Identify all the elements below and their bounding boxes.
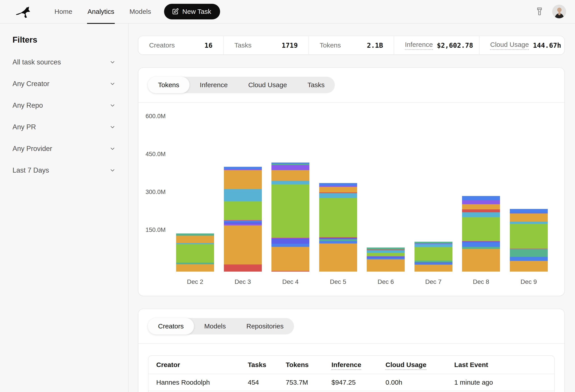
bar-segment-red — [462, 209, 500, 212]
filter-dropdown-1[interactable]: Any Creator — [13, 73, 116, 95]
bar-dec-3[interactable] — [224, 167, 262, 272]
table-row[interactable]: Rooviewer440544.3M$376.2875.23h3 minutes… — [148, 391, 554, 392]
bar-segment-green — [271, 184, 309, 238]
x-axis-label: Dec 7 — [414, 278, 453, 285]
bar-segment-teal — [367, 247, 405, 250]
stat-value: 1719 — [282, 42, 298, 49]
analytics-page: HomeAnalyticsModels New Task — [0, 0, 575, 392]
edit-square-icon — [172, 8, 179, 15]
table-cell: $947.25 — [332, 379, 385, 386]
stat-value: 144.67h — [533, 42, 561, 49]
chart-tab-tasks[interactable]: Tasks — [297, 77, 335, 93]
bar-segment-orange — [319, 243, 357, 272]
x-axis-label: Dec 5 — [319, 278, 357, 285]
stat-value: 16 — [204, 42, 213, 49]
bar-segment-orange — [414, 265, 453, 272]
x-axis-label: Dec 3 — [224, 278, 262, 285]
filter-dropdown-4[interactable]: Any Provider — [13, 138, 116, 159]
bar-segment-teal — [414, 261, 453, 262]
x-axis-label: Dec 6 — [367, 278, 405, 285]
stat-tokens: Tokens2.1B — [309, 36, 394, 54]
stat-label[interactable]: Cloud Usage — [490, 41, 529, 50]
chart-tab-inference[interactable]: Inference — [190, 77, 238, 93]
breakdown-tab-models[interactable]: Models — [194, 318, 236, 334]
filter-label: Any Repo — [13, 101, 43, 109]
bar-segment-sky — [319, 193, 357, 198]
breakdown-card-divider — [138, 343, 564, 344]
bar-dec-9[interactable] — [510, 209, 548, 272]
column-header-label: Inference — [332, 361, 361, 370]
column-header-cloud-usage[interactable]: Cloud Usage — [385, 361, 454, 369]
nav-link-models[interactable]: Models — [122, 0, 159, 23]
bar-segment-blue — [224, 167, 262, 169]
breakdown-tab-creators[interactable]: Creators — [148, 318, 194, 334]
column-header-inference[interactable]: Inference — [332, 361, 385, 369]
bar-segment-orange — [176, 264, 214, 272]
chevron-down-icon — [109, 124, 116, 130]
filter-dropdown-5[interactable]: Last 7 Days — [13, 159, 116, 181]
stat-label: Tokens — [320, 42, 341, 49]
stat-label: Tasks — [234, 42, 252, 49]
bar-segment-blue — [510, 257, 548, 261]
filter-label: Last 7 Days — [13, 166, 49, 174]
bar-dec-4[interactable] — [271, 163, 309, 272]
bar-segment-orange — [271, 170, 309, 181]
bar-segment-sky — [224, 189, 262, 202]
bar-dec-7[interactable] — [414, 242, 453, 272]
column-header-tasks: Tasks — [248, 361, 286, 369]
breakdown-tabs: CreatorsModelsRepositories — [148, 318, 294, 334]
x-axis-label: Dec 9 — [510, 278, 548, 285]
bar-dec-2[interactable] — [176, 234, 214, 272]
nav-link-home[interactable]: Home — [47, 0, 80, 23]
stat-label[interactable]: Inference — [405, 41, 433, 50]
bar-dec-6[interactable] — [367, 247, 405, 272]
bar-segment-indigo — [271, 238, 309, 244]
stat-label: Creators — [149, 42, 175, 49]
filter-label: Any Creator — [13, 80, 49, 88]
bar-segment-sky — [462, 212, 500, 218]
chart-tab-tokens[interactable]: Tokens — [148, 77, 190, 93]
torch-icon[interactable] — [533, 5, 546, 19]
bar-segment-teal — [510, 249, 548, 257]
stat-value: 2.1B — [367, 42, 383, 49]
table-row[interactable]: Hannes Roodolph454753.7M$947.250.00h1 mi… — [148, 374, 554, 391]
bar-segment-blue — [319, 183, 357, 186]
filters-title: Filters — [13, 35, 116, 44]
bar-segment-blue — [462, 196, 500, 200]
bar-segment-teal — [414, 242, 453, 243]
bar-segment-purple — [462, 200, 500, 204]
chart-tab-cloud-usage[interactable]: Cloud Usage — [238, 77, 297, 93]
bar-segment-indigo — [224, 222, 262, 224]
bar-segment-blue — [319, 241, 357, 243]
bar-segment-blue — [367, 258, 405, 259]
stats-summary-bar: Creators16Tasks1719Tokens2.1BInference$2… — [138, 36, 565, 55]
stat-tasks: Tasks1719 — [223, 36, 309, 54]
x-axis-label: Dec 8 — [462, 278, 500, 285]
bar-dec-5[interactable] — [319, 183, 357, 272]
new-task-button[interactable]: New Task — [164, 4, 220, 19]
bar-segment-blue — [224, 221, 262, 222]
filter-list: All task sourcesAny CreatorAny RepoAny P… — [13, 51, 116, 181]
main-panel: Creators16Tasks1719Tokens2.1BInference$2… — [129, 24, 575, 392]
bar-segment-orange — [224, 170, 262, 189]
nav-link-analytics[interactable]: Analytics — [80, 0, 122, 23]
chevron-down-icon — [109, 146, 116, 152]
table-cell: 0.00h — [385, 379, 454, 386]
table-cell: 454 — [248, 379, 286, 386]
filter-dropdown-2[interactable]: Any Repo — [13, 95, 116, 116]
column-header-last-event: Last Event — [454, 361, 554, 369]
bar-segment-blue — [271, 244, 309, 247]
breakdown-tab-repositories[interactable]: Repositories — [236, 318, 294, 334]
chart-card: TokensInferenceCloud UsageTasks 150.0M30… — [138, 67, 565, 296]
tokens-stacked-bar-chart: 150.0M300.0M450.0M600.0MDec 2Dec 3Dec 4D… — [138, 103, 564, 296]
chevron-down-icon — [109, 167, 116, 174]
kangaroo-logo-icon[interactable] — [13, 4, 34, 19]
bar-segment-teal — [176, 234, 214, 236]
bar-segment-orange — [462, 204, 500, 209]
bar-segment-orange — [271, 247, 309, 271]
user-avatar[interactable] — [552, 5, 566, 19]
filter-dropdown-3[interactable]: Any PR — [13, 116, 116, 138]
bar-segment-green — [414, 247, 453, 261]
bar-dec-8[interactable] — [462, 196, 500, 272]
filter-dropdown-0[interactable]: All task sources — [13, 51, 116, 73]
